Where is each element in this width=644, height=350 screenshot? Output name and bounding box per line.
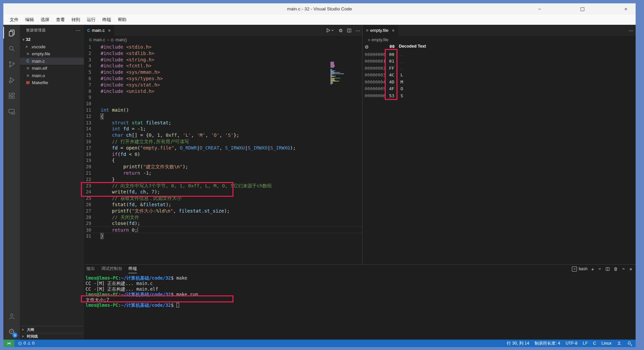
split-editor-button[interactable] — [347, 28, 352, 33]
sidebar-item-explorer[interactable] — [3, 25, 20, 41]
remote-indicator[interactable]: >< — [3, 340, 14, 347]
code-line[interactable]: 21 return -1; — [84, 170, 362, 176]
feedback-button[interactable] — [617, 341, 622, 346]
status-indentation[interactable]: 制表符长度: 4 — [535, 341, 560, 346]
code-line[interactable]: 30 return 0; — [84, 227, 362, 233]
hex-row[interactable]: 00000002FF. — [363, 65, 636, 72]
code-line[interactable]: 27 printf("文件大小:%ld\n", filestat.st_size… — [84, 208, 362, 214]
file-tree-item[interactable]: ≡main.elf — [20, 65, 84, 72]
file-tree-item[interactable]: ≡main.o — [20, 72, 84, 79]
code-line[interactable]: 9 — [84, 94, 362, 101]
file-tree-item[interactable]: >.vscode — [20, 43, 84, 51]
notifications-button[interactable] — [627, 341, 632, 346]
code-line[interactable]: 12{ — [84, 113, 362, 120]
settings-button[interactable]: ⚙ 1 — [3, 324, 20, 340]
file-tree-item[interactable]: Cmain.c — [20, 58, 84, 65]
minimize-button[interactable]: − — [536, 6, 543, 13]
code-line[interactable]: 16 // 打开并建立文件,所有用户可读写 — [84, 138, 362, 145]
code-line[interactable]: 26 fstat(fd, &filestat); — [84, 201, 362, 208]
maximize-panel-button[interactable] — [622, 267, 626, 271]
close-panel-button[interactable]: × — [629, 267, 632, 272]
menu-item[interactable]: 帮助 — [114, 16, 130, 24]
tab-empty-file[interactable]: ≡ empty.file × — [363, 25, 398, 36]
code-line[interactable]: 10 — [84, 101, 362, 107]
code-line[interactable]: 7#include <sys/stat.h> — [84, 82, 362, 88]
hex-row[interactable]: 0000000101. — [363, 58, 636, 65]
menu-item[interactable]: 文件 — [6, 16, 22, 24]
sidebar-item-run-debug[interactable] — [3, 72, 20, 88]
panel-tab[interactable]: 终端 — [128, 265, 137, 273]
status-encoding[interactable]: UTF-8 — [566, 341, 577, 346]
code-line[interactable]: 31} — [84, 233, 362, 239]
close-tab-icon[interactable]: × — [108, 28, 111, 33]
tab-main-c[interactable]: C main.c × — [84, 25, 114, 36]
hex-row[interactable]: 000000054FO — [363, 85, 636, 93]
more-actions-icon[interactable]: ⋯ — [356, 28, 360, 33]
close-tab-icon[interactable]: × — [392, 28, 394, 33]
code-line[interactable]: 1#include <stdio.h> — [84, 44, 362, 50]
hex-row[interactable]: 0000000000. — [363, 51, 636, 58]
breadcrumb-file[interactable]: main.c — [93, 38, 105, 42]
breadcrumb-file[interactable]: empty.file — [371, 38, 388, 42]
code-line[interactable]: 8#include <unistd.h> — [84, 88, 362, 95]
code-line[interactable]: 6#include <sys/types.h> — [84, 75, 362, 82]
status-eol[interactable]: LF — [583, 341, 588, 346]
restore-button[interactable] — [579, 6, 586, 13]
menu-item[interactable]: 编辑 — [22, 16, 37, 24]
code-line[interactable]: 29 close(fd); — [84, 220, 362, 227]
code-line[interactable]: 2#include <stdlib.h> — [84, 50, 362, 57]
terminal-shell-selector[interactable]: > bash — [572, 267, 587, 272]
file-tree-item[interactable]: MMakefile — [20, 79, 84, 86]
code-line[interactable]: 28 // 关闭文件 — [84, 214, 362, 221]
code-line[interactable]: 22 } — [84, 176, 362, 183]
run-debug-button[interactable] — [326, 28, 334, 33]
panel-tab[interactable]: 调试控制台 — [101, 265, 122, 273]
panel-tab[interactable]: 输出 — [87, 265, 95, 273]
file-tree-item[interactable]: ≡empty.file — [20, 50, 84, 58]
code-line[interactable]: 24 write(fd, ch, 7); — [84, 189, 362, 195]
close-window-button[interactable]: × — [622, 6, 630, 13]
status-remote-os[interactable]: Linux — [601, 341, 611, 346]
gear-icon[interactable]: ⚙ — [338, 28, 343, 33]
menu-item[interactable]: 转到 — [68, 16, 84, 24]
code-line[interactable]: 5#include <sys/mman.h> — [84, 69, 362, 75]
terminal-dropdown-button[interactable] — [598, 267, 602, 271]
hex-row[interactable]: 000000034CL — [363, 72, 636, 79]
code-editor[interactable]: 1#include <stdio.h>2#include <stdlib.h>3… — [84, 44, 362, 264]
code-line[interactable]: 13 struct stat filestat; — [84, 120, 362, 126]
code-line[interactable]: 15 char ch[] = {0, 1, 0xff, 'L', 'M', 'O… — [84, 132, 362, 138]
code-line[interactable]: 23 // 向文件中写入7个字节, 0, 1, 0xff, L, M, O, S… — [84, 183, 362, 189]
menu-item[interactable]: 终端 — [99, 16, 114, 24]
problems-indicator[interactable]: 0 ⚠ 0 — [18, 341, 35, 346]
sidebar-item-search[interactable] — [3, 41, 20, 56]
breadcrumb-symbol[interactable]: main() — [115, 38, 127, 42]
gear-icon[interactable]: ⚙ — [365, 44, 369, 50]
code-line[interactable]: 4#include <fcntl.h> — [84, 63, 362, 69]
split-terminal-button[interactable] — [605, 267, 610, 271]
more-actions-icon[interactable]: ⋯ — [629, 28, 634, 33]
code-line[interactable]: 25 // 获取文件信息，比如文件大小 — [84, 195, 362, 201]
sidebar-item-extensions[interactable] — [3, 88, 20, 104]
status-language-mode[interactable]: C — [593, 341, 596, 346]
more-actions-icon[interactable]: ⋯ — [75, 27, 80, 34]
menu-item[interactable]: 运行 — [84, 16, 99, 24]
hex-row[interactable]: 0000000653S — [363, 92, 636, 99]
code-line[interactable]: 17 fd = open("empty.file", O_RDWR|O_CREA… — [84, 145, 362, 151]
code-line[interactable]: 20 printf("建立文件失败\n"); — [84, 164, 362, 170]
timeline-section-header[interactable]: > 时间线 — [20, 333, 84, 340]
status-cursor-position[interactable]: 行 30, 列 14 — [507, 341, 529, 346]
menu-item[interactable]: 选择 — [37, 16, 53, 24]
kill-terminal-button[interactable] — [613, 267, 618, 271]
outline-section-header[interactable]: > 大纲 — [20, 326, 84, 333]
code-line[interactable]: 19 { — [84, 157, 362, 164]
tree-item-root-folder[interactable]: ∨32 — [20, 36, 84, 43]
new-terminal-button[interactable]: + — [591, 267, 594, 272]
menu-item[interactable]: 查看 — [53, 16, 68, 24]
minimap[interactable] — [330, 61, 360, 84]
sidebar-item-remote-explorer[interactable] — [3, 104, 20, 119]
terminal-content[interactable]: lmos@lmos-PC:~/计算机基础/code/32$ makeCC -[M… — [84, 273, 636, 308]
code-line[interactable]: 18 if(fd < 0) — [84, 151, 362, 158]
sidebar-item-source-control[interactable] — [3, 56, 20, 72]
account-button[interactable] — [3, 308, 20, 324]
code-line[interactable]: 3#include <string.h> — [84, 57, 362, 63]
